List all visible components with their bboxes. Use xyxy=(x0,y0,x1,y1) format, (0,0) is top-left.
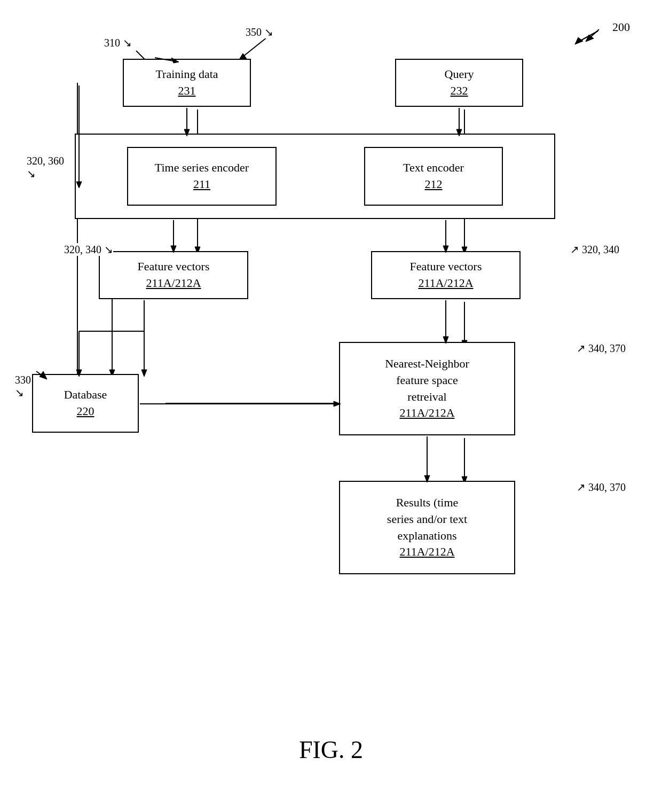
feature-vectors-left-box: Feature vectors 211A/212A xyxy=(99,251,248,299)
ref-340-370-res-label: ↗ 340, 370 xyxy=(577,481,626,494)
feature-vectors-left-label: Feature vectors xyxy=(138,259,210,275)
ref-200-label: 200 xyxy=(612,20,630,34)
text-encoder-id: 212 xyxy=(425,176,443,193)
results-id: 211A/212A xyxy=(399,544,454,560)
time-series-encoder-box: Time series encoder 211 xyxy=(127,147,277,206)
ref-330-label: 330↘ xyxy=(15,374,31,399)
database-box: Database 220 xyxy=(32,374,139,433)
nearest-neighbor-label: Nearest-Neighborfeature spaceretreival xyxy=(385,356,469,405)
query-box: Query 232 xyxy=(395,59,523,107)
svg-line-26 xyxy=(577,31,598,43)
nearest-neighbor-box: Nearest-Neighborfeature spaceretreival 2… xyxy=(339,342,515,435)
time-series-encoder-id: 211 xyxy=(193,176,210,193)
ref-340-370-nn-label: ↗ 340, 370 xyxy=(577,342,626,355)
text-encoder-box: Text encoder 212 xyxy=(364,147,503,206)
ref-320-340-right-label: ↗ 320, 340 xyxy=(570,243,619,256)
results-box: Results (timeseries and/or textexplanati… xyxy=(339,481,515,574)
database-label: Database xyxy=(64,387,107,403)
ref-350-label: 350 ↘ xyxy=(246,26,273,38)
feature-vectors-left-id: 211A/212A xyxy=(146,275,201,292)
fig-label: FIG. 2 xyxy=(0,736,662,764)
feature-vectors-right-box: Feature vectors 211A/212A xyxy=(371,251,521,299)
database-id: 220 xyxy=(77,403,94,420)
training-data-label: Training data xyxy=(155,66,218,83)
ref-320-360-label: 320, 360↘ xyxy=(27,155,64,180)
feature-vectors-right-id: 211A/212A xyxy=(418,275,473,292)
query-id: 232 xyxy=(451,83,468,99)
ref-320-340-left-label: 320, 340 ↘ xyxy=(64,243,113,256)
svg-line-52 xyxy=(587,29,599,40)
svg-marker-53 xyxy=(586,35,594,42)
ref-310-label: 310 ↘ xyxy=(104,36,132,49)
svg-line-24 xyxy=(240,37,267,59)
svg-marker-11 xyxy=(141,370,147,377)
time-series-encoder-label: Time series encoder xyxy=(155,160,249,176)
query-label: Query xyxy=(445,66,474,83)
training-data-id: 231 xyxy=(178,83,196,99)
text-encoder-label: Text encoder xyxy=(403,160,464,176)
training-data-box: Training data 231 xyxy=(123,59,251,107)
feature-vectors-right-label: Feature vectors xyxy=(410,259,482,275)
nearest-neighbor-id: 211A/212A xyxy=(399,405,454,421)
svg-marker-27 xyxy=(575,37,583,44)
diagram: 200 310 ↘ 350 ↘ Training data 231 Query … xyxy=(0,0,662,812)
results-label: Results (timeseries and/or textexplanati… xyxy=(387,495,467,544)
encoder-container: Time series encoder 211 Text encoder 212 xyxy=(75,134,555,219)
